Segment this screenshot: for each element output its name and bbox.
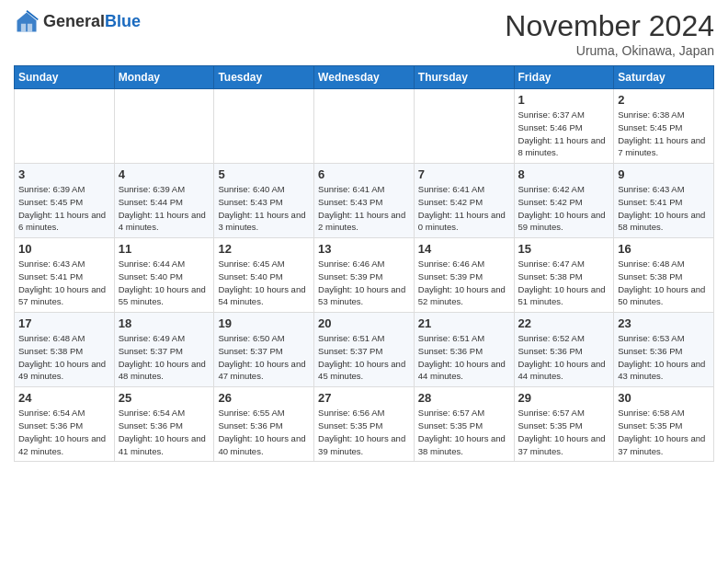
day-info: Sunrise: 6:54 AMSunset: 5:36 PMDaylight:…	[119, 407, 210, 457]
day-info: Sunrise: 6:46 AMSunset: 5:39 PMDaylight:…	[318, 258, 410, 308]
day-number: 20	[318, 316, 410, 330]
day-number: 18	[119, 316, 210, 330]
day-number: 4	[119, 167, 210, 181]
calendar-header: SundayMondayTuesdayWednesdayThursdayFrid…	[15, 66, 714, 89]
day-info: Sunrise: 6:39 AMSunset: 5:45 PMDaylight:…	[18, 183, 110, 234]
day-info: Sunrise: 6:43 AMSunset: 5:41 PMDaylight:…	[18, 258, 110, 308]
week-row-1: 1Sunrise: 6:37 AMSunset: 5:46 PMDaylight…	[15, 89, 714, 164]
day-header-row: SundayMondayTuesdayWednesdayThursdayFrid…	[15, 66, 714, 89]
day-number: 7	[418, 167, 510, 181]
day-info: Sunrise: 6:50 AMSunset: 5:37 PMDaylight:…	[218, 332, 310, 383]
calendar-cell: 14Sunrise: 6:46 AMSunset: 5:39 PMDayligh…	[414, 238, 514, 313]
calendar-cell	[214, 89, 314, 164]
calendar-cell	[114, 89, 214, 164]
day-info: Sunrise: 6:54 AMSunset: 5:36 PMDaylight:…	[18, 407, 110, 457]
day-info: Sunrise: 6:45 AMSunset: 5:40 PMDaylight:…	[218, 258, 310, 308]
day-number: 10	[18, 242, 110, 256]
calendar-cell: 7Sunrise: 6:41 AMSunset: 5:42 PMDaylight…	[414, 164, 514, 238]
day-number: 16	[618, 242, 710, 256]
location: Uruma, Okinawa, Japan	[505, 43, 714, 58]
day-info: Sunrise: 6:41 AMSunset: 5:43 PMDaylight:…	[318, 183, 410, 234]
calendar-cell: 9Sunrise: 6:43 AMSunset: 5:41 PMDaylight…	[614, 164, 714, 238]
day-info: Sunrise: 6:43 AMSunset: 5:41 PMDaylight:…	[618, 183, 710, 234]
day-number: 12	[218, 242, 310, 256]
day-number: 3	[18, 167, 110, 181]
day-info: Sunrise: 6:44 AMSunset: 5:40 PMDaylight:…	[119, 258, 210, 308]
calendar-cell: 11Sunrise: 6:44 AMSunset: 5:40 PMDayligh…	[114, 238, 214, 313]
day-header-sunday: Sunday	[15, 66, 115, 89]
logo: General Blue	[14, 9, 141, 35]
calendar-cell: 5Sunrise: 6:40 AMSunset: 5:43 PMDaylight…	[214, 164, 314, 238]
calendar-body: 1Sunrise: 6:37 AMSunset: 5:46 PMDaylight…	[15, 89, 714, 462]
day-number: 15	[518, 242, 610, 256]
day-info: Sunrise: 6:37 AMSunset: 5:46 PMDaylight:…	[518, 109, 610, 159]
day-number: 24	[18, 391, 110, 405]
day-info: Sunrise: 6:52 AMSunset: 5:36 PMDaylight:…	[518, 332, 610, 383]
day-number: 30	[618, 391, 710, 405]
calendar-cell: 6Sunrise: 6:41 AMSunset: 5:43 PMDaylight…	[314, 164, 415, 238]
day-number: 26	[218, 391, 310, 405]
logo-general: General	[43, 13, 105, 31]
calendar-cell: 22Sunrise: 6:52 AMSunset: 5:36 PMDayligh…	[514, 313, 614, 387]
calendar-cell: 10Sunrise: 6:43 AMSunset: 5:41 PMDayligh…	[15, 238, 115, 313]
day-number: 28	[418, 391, 510, 405]
calendar-cell: 1Sunrise: 6:37 AMSunset: 5:46 PMDaylight…	[514, 89, 614, 164]
day-number: 13	[318, 242, 410, 256]
day-number: 8	[518, 167, 610, 181]
title-block: November 2024 Uruma, Okinawa, Japan	[505, 9, 714, 58]
calendar-cell: 3Sunrise: 6:39 AMSunset: 5:45 PMDaylight…	[15, 164, 115, 238]
calendar-cell	[314, 89, 415, 164]
day-info: Sunrise: 6:48 AMSunset: 5:38 PMDaylight:…	[618, 258, 710, 308]
day-info: Sunrise: 6:46 AMSunset: 5:39 PMDaylight:…	[418, 258, 510, 308]
logo-blue: Blue	[105, 13, 141, 31]
calendar-cell: 29Sunrise: 6:57 AMSunset: 5:35 PMDayligh…	[514, 387, 614, 462]
day-info: Sunrise: 6:49 AMSunset: 5:37 PMDaylight:…	[119, 332, 210, 383]
day-number: 22	[518, 316, 610, 330]
calendar-cell	[414, 89, 514, 164]
day-info: Sunrise: 6:51 AMSunset: 5:36 PMDaylight:…	[418, 332, 510, 383]
day-number: 6	[318, 167, 410, 181]
calendar-cell	[15, 89, 115, 164]
calendar-cell: 24Sunrise: 6:54 AMSunset: 5:36 PMDayligh…	[15, 387, 115, 462]
calendar-cell: 4Sunrise: 6:39 AMSunset: 5:44 PMDaylight…	[114, 164, 214, 238]
day-number: 2	[618, 93, 710, 107]
day-number: 9	[618, 167, 710, 181]
week-row-2: 3Sunrise: 6:39 AMSunset: 5:45 PMDaylight…	[15, 164, 714, 238]
day-number: 23	[618, 316, 710, 330]
calendar-cell: 12Sunrise: 6:45 AMSunset: 5:40 PMDayligh…	[214, 238, 314, 313]
day-number: 29	[518, 391, 610, 405]
week-row-3: 10Sunrise: 6:43 AMSunset: 5:41 PMDayligh…	[15, 238, 714, 313]
day-header-monday: Monday	[114, 66, 214, 89]
day-number: 1	[518, 93, 610, 107]
calendar-cell: 30Sunrise: 6:58 AMSunset: 5:35 PMDayligh…	[614, 387, 714, 462]
day-header-saturday: Saturday	[614, 66, 714, 89]
day-info: Sunrise: 6:40 AMSunset: 5:43 PMDaylight:…	[218, 183, 310, 234]
svg-rect-3	[28, 24, 32, 32]
month-title: November 2024	[505, 9, 714, 43]
day-header-wednesday: Wednesday	[314, 66, 415, 89]
page-header: General Blue November 2024 Uruma, Okinaw…	[14, 9, 714, 58]
day-info: Sunrise: 6:47 AMSunset: 5:38 PMDaylight:…	[518, 258, 610, 308]
calendar-cell: 20Sunrise: 6:51 AMSunset: 5:37 PMDayligh…	[314, 313, 415, 387]
day-info: Sunrise: 6:42 AMSunset: 5:42 PMDaylight:…	[518, 183, 610, 234]
day-header-friday: Friday	[514, 66, 614, 89]
logo-icon	[14, 9, 40, 35]
calendar-cell: 15Sunrise: 6:47 AMSunset: 5:38 PMDayligh…	[514, 238, 614, 313]
svg-rect-2	[21, 24, 26, 32]
day-number: 19	[218, 316, 310, 330]
week-row-5: 24Sunrise: 6:54 AMSunset: 5:36 PMDayligh…	[15, 387, 714, 462]
day-number: 21	[418, 316, 510, 330]
calendar-cell: 19Sunrise: 6:50 AMSunset: 5:37 PMDayligh…	[214, 313, 314, 387]
day-info: Sunrise: 6:38 AMSunset: 5:45 PMDaylight:…	[618, 109, 710, 159]
calendar-cell: 21Sunrise: 6:51 AMSunset: 5:36 PMDayligh…	[414, 313, 514, 387]
day-info: Sunrise: 6:55 AMSunset: 5:36 PMDaylight:…	[218, 407, 310, 457]
day-number: 11	[119, 242, 210, 256]
calendar-cell: 27Sunrise: 6:56 AMSunset: 5:35 PMDayligh…	[314, 387, 415, 462]
calendar-cell: 25Sunrise: 6:54 AMSunset: 5:36 PMDayligh…	[114, 387, 214, 462]
calendar-cell: 26Sunrise: 6:55 AMSunset: 5:36 PMDayligh…	[214, 387, 314, 462]
day-number: 25	[119, 391, 210, 405]
day-info: Sunrise: 6:39 AMSunset: 5:44 PMDaylight:…	[119, 183, 210, 234]
day-info: Sunrise: 6:58 AMSunset: 5:35 PMDaylight:…	[618, 407, 710, 457]
day-header-tuesday: Tuesday	[214, 66, 314, 89]
logo-text: General Blue	[43, 13, 141, 31]
